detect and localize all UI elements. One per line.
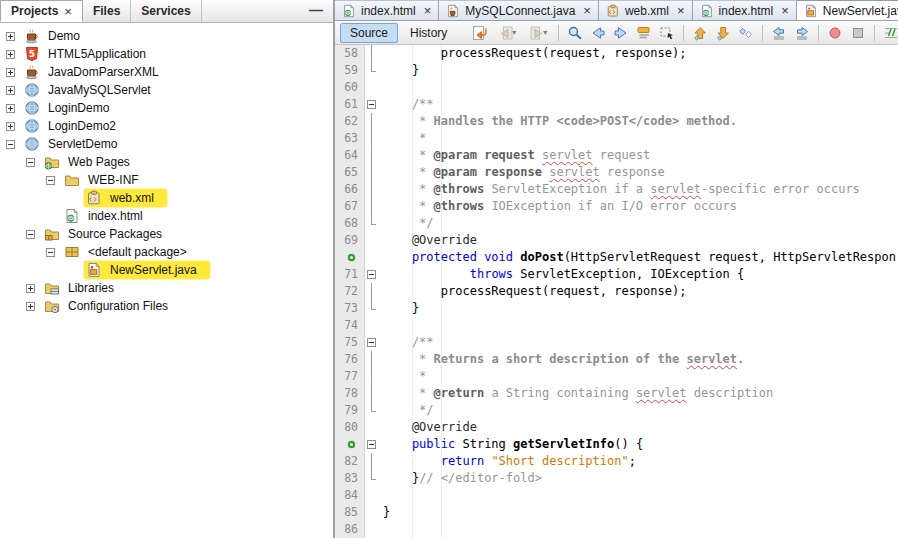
expand-icon[interactable] xyxy=(6,122,15,131)
expand-icon[interactable] xyxy=(6,68,15,77)
tree-item-logindemo[interactable]: LoginDemo xyxy=(0,99,333,117)
code-line-text[interactable]: */ xyxy=(379,215,434,232)
toggle-rectangular-selection-button[interactable] xyxy=(656,23,678,43)
collapse-icon[interactable] xyxy=(26,230,35,239)
panel-tab-files[interactable]: Files xyxy=(83,0,131,22)
html5-project-icon: 5 xyxy=(24,46,40,62)
code-line-text[interactable]: processRequest(request, response); xyxy=(379,283,686,300)
code-line-text[interactable]: } xyxy=(379,62,419,79)
previous-bookmark-button[interactable] xyxy=(689,23,711,43)
comment-button[interactable] xyxy=(880,23,898,43)
tree-item-newservlet-java[interactable]: NewServlet.java xyxy=(0,261,333,279)
editor-tab-index-html[interactable]: index.html× xyxy=(693,0,797,20)
code-editor[interactable]: 58 processRequest(request, response);59 … xyxy=(335,45,898,538)
code-line-text[interactable]: */ xyxy=(379,402,434,419)
collapse-icon[interactable] xyxy=(26,158,35,167)
panel-tab-projects[interactable]: Projects× xyxy=(0,0,83,22)
start-macro-recording-button[interactable] xyxy=(824,23,846,43)
code-line-text[interactable]: * Handles the HTTP <code>POST</code> met… xyxy=(379,113,737,130)
find-previous-occurrence-button[interactable] xyxy=(587,23,609,43)
close-tab-icon[interactable]: × xyxy=(64,5,72,18)
tree-item-javamysqlservlet[interactable]: JavaMySQLServlet xyxy=(0,81,333,99)
code-line-text[interactable]: /** xyxy=(379,334,434,351)
code-line-text[interactable]: /** xyxy=(379,96,434,113)
code-line-text[interactable]: * @throws IOException if an I/O error oc… xyxy=(379,198,737,215)
code-line-text[interactable]: }// </editor-fold> xyxy=(379,470,542,487)
fold-collapse-icon[interactable] xyxy=(367,270,376,279)
overrides-method-icon[interactable] xyxy=(348,254,355,261)
back-button[interactable]: ▾ xyxy=(492,23,522,43)
code-line-text[interactable]: * xyxy=(379,130,426,147)
history-view-button[interactable]: History xyxy=(400,23,457,43)
collapse-icon[interactable] xyxy=(46,248,55,257)
tree-item-configuration-files[interactable]: Configuration Files xyxy=(0,297,333,315)
code-line-text[interactable] xyxy=(379,79,383,96)
tree-item-source-packages[interactable]: Source Packages xyxy=(0,225,333,243)
collapse-icon[interactable] xyxy=(6,140,15,149)
expand-icon[interactable] xyxy=(6,50,15,59)
code-line-text[interactable]: * @param response servlet response xyxy=(379,164,665,181)
next-bookmark-button[interactable] xyxy=(712,23,734,43)
close-tab-icon[interactable]: × xyxy=(677,3,685,18)
code-line-text[interactable]: @Override xyxy=(379,419,477,436)
code-line-text[interactable]: return "Short description"; xyxy=(379,453,636,470)
code-line-text[interactable]: @Override xyxy=(379,232,477,249)
code-line-text[interactable]: * Returns a short description of the ser… xyxy=(379,351,744,368)
expand-icon[interactable] xyxy=(6,86,15,95)
collapse-icon[interactable] xyxy=(46,176,55,185)
find-next-occurrence-button[interactable] xyxy=(610,23,632,43)
tree-item-javadomparserxml[interactable]: JavaDomParserXML xyxy=(0,63,333,81)
forward-button[interactable]: ▾ xyxy=(523,23,553,43)
minimize-panel-button[interactable]: — xyxy=(309,2,323,18)
tree-item-default-package[interactable]: <default package> xyxy=(0,243,333,261)
tree-item-web-xml[interactable]: web.xml xyxy=(0,189,333,207)
code-line-text[interactable]: * @return a String containing servlet de… xyxy=(379,385,773,402)
code-line-text[interactable] xyxy=(379,521,383,538)
code-line-text[interactable]: } xyxy=(379,504,390,521)
toggle-highlight-search-button[interactable] xyxy=(633,23,655,43)
stop-macro-recording-button[interactable] xyxy=(847,23,869,43)
code-line-text[interactable]: protected void doPost(HttpServletRequest… xyxy=(379,249,896,266)
fold-collapse-icon[interactable] xyxy=(367,338,376,347)
expand-icon[interactable] xyxy=(6,32,15,41)
overrides-method-icon[interactable] xyxy=(348,441,355,448)
code-line-text[interactable]: processRequest(request, response); xyxy=(379,45,686,62)
fold-collapse-icon[interactable] xyxy=(367,100,376,109)
code-line-text[interactable] xyxy=(379,487,383,504)
close-tab-icon[interactable]: × xyxy=(781,3,789,18)
fold-collapse-icon[interactable] xyxy=(367,440,376,449)
tree-item-servletdemo[interactable]: ServletDemo xyxy=(0,135,333,153)
tree-item-libraries[interactable]: Libraries xyxy=(0,279,333,297)
editor-tab-index-html[interactable]: index.html× xyxy=(335,0,439,20)
code-line-text[interactable] xyxy=(379,317,383,334)
tree-item-web-inf[interactable]: WEB-INF xyxy=(0,171,333,189)
close-tab-icon[interactable]: × xyxy=(424,3,432,18)
find-next-occurrence-icon xyxy=(613,25,629,41)
toggle-bookmark-button[interactable] xyxy=(735,23,757,43)
editor-tab-mysqlconnect-java[interactable]: MySQLConnect.java× xyxy=(439,0,599,20)
code-line-text[interactable]: } xyxy=(379,300,419,317)
close-tab-icon[interactable]: × xyxy=(583,3,591,18)
tree-item-html5application[interactable]: 5HTML5Application xyxy=(0,45,333,63)
shift-line-left-button[interactable] xyxy=(768,23,790,43)
code-line-text[interactable]: * @param request servlet request xyxy=(379,147,650,164)
tree-item-index-html[interactable]: index.html xyxy=(0,207,333,225)
code-line-text[interactable]: public String getServletInfo() { xyxy=(379,436,643,453)
expand-icon[interactable] xyxy=(26,302,35,311)
panel-tab-label: Services xyxy=(141,4,190,18)
panel-tab-services[interactable]: Services xyxy=(131,0,201,22)
shift-line-right-button[interactable] xyxy=(791,23,813,43)
find-selection-button[interactable] xyxy=(564,23,586,43)
tree-item-web-pages[interactable]: Web Pages xyxy=(0,153,333,171)
source-view-button[interactable]: Source xyxy=(340,23,398,43)
tree-item-demo[interactable]: Demo xyxy=(0,27,333,45)
jump-to-last-edit-button[interactable] xyxy=(469,23,491,43)
editor-tab-newservlet-java[interactable]: NewServlet.java× xyxy=(797,0,898,20)
code-line-text[interactable]: * @throws ServletException if a servlet-… xyxy=(379,181,860,198)
expand-icon[interactable] xyxy=(26,284,35,293)
expand-icon[interactable] xyxy=(6,104,15,113)
editor-tab-web-xml[interactable]: web.xml× xyxy=(599,0,693,20)
tree-item-logindemo2[interactable]: LoginDemo2 xyxy=(0,117,333,135)
code-line-text[interactable]: * xyxy=(379,368,426,385)
code-line-text[interactable]: throws ServletException, IOException { xyxy=(379,266,744,283)
